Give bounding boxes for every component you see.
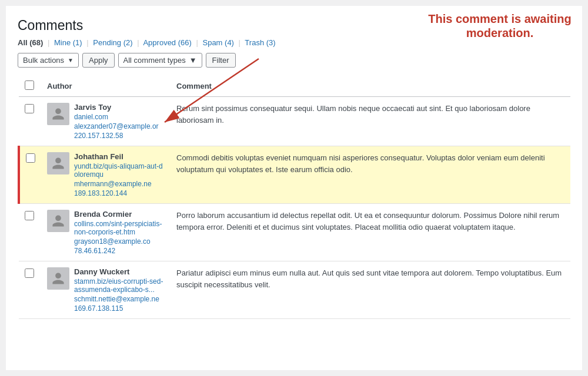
author-email[interactable]: alexzander07@example.or: [74, 122, 159, 130]
comment-cell: Commodi debitis voluptas eveniet numquam…: [171, 146, 570, 204]
author-info: Johathan Feil yundt.biz/quis-aliquam-aut…: [74, 152, 165, 197]
filter-trash[interactable]: Trash (3): [245, 38, 275, 47]
toolbar: Bulk actions ▼ Apply All comment types ▼…: [18, 53, 570, 68]
comment-cell: Pariatur adipisci eum minus eum nulla au…: [171, 261, 570, 319]
author-email[interactable]: schmitt.nettie@example.ne: [74, 295, 165, 303]
comment-cell: Porro laborum accusantium id delectus re…: [171, 204, 570, 261]
author-cell: Danny Wuckert stamm.biz/eius-corrupti-se…: [41, 261, 171, 319]
col-header-author: Author: [41, 76, 171, 97]
author-url[interactable]: yundt.biz/quis-aliquam-aut-doloremqu: [74, 162, 165, 179]
author-info: Brenda Cormier collins.com/sint-perspici…: [74, 210, 165, 255]
author-url[interactable]: collins.com/sint-perspiciatis-non-corpor…: [74, 220, 165, 236]
user-icon: [51, 271, 65, 286]
user-icon: [51, 107, 65, 121]
col-header-comment: Comment: [171, 76, 570, 97]
comment-cell: Rerum sint possimus consequatur sequi. U…: [171, 97, 570, 146]
author-ip[interactable]: 220.157.132.58: [74, 132, 159, 140]
row-checkbox[interactable]: [25, 268, 34, 278]
comment-types-arrow-icon: ▼: [189, 56, 197, 65]
author-ip[interactable]: 78.46.61.242: [74, 247, 165, 255]
table-row: Jarvis Toy daniel.com alexzander07@examp…: [19, 97, 570, 146]
filter-spam[interactable]: Spam (4): [202, 38, 233, 47]
author-email[interactable]: grayson18@example.co: [74, 237, 165, 246]
author-cell: Brenda Cormier collins.com/sint-perspici…: [41, 204, 171, 261]
page-title: Comments: [18, 18, 570, 33]
table-row: Brenda Cormier collins.com/sint-perspici…: [19, 204, 570, 261]
user-icon: [51, 214, 65, 228]
comment-text: Porro laborum accusantium id delectus re…: [176, 210, 564, 233]
avatar: [47, 267, 69, 290]
filter-button[interactable]: Filter: [206, 53, 236, 68]
author-cell: Jarvis Toy daniel.com alexzander07@examp…: [41, 97, 171, 146]
filter-pending[interactable]: Pending (2): [93, 38, 132, 47]
comment-types-dropdown[interactable]: All comment types ▼: [118, 53, 202, 68]
avatar: [47, 210, 69, 232]
select-all-checkbox[interactable]: [25, 80, 34, 90]
author-url[interactable]: stamm.biz/eius-corrupti-sed-assumenda-ex…: [74, 277, 165, 294]
table-row: Johathan Feil yundt.biz/quis-aliquam-aut…: [19, 146, 570, 204]
apply-button[interactable]: Apply: [82, 53, 115, 68]
bulk-actions-arrow-icon: ▼: [68, 57, 74, 63]
author-email[interactable]: mhermann@example.ne: [74, 180, 165, 188]
row-checkbox[interactable]: [25, 104, 34, 113]
avatar: [47, 103, 69, 125]
row-checkbox[interactable]: [26, 153, 35, 163]
table-row: Danny Wuckert stamm.biz/eius-corrupti-se…: [19, 261, 570, 319]
author-name: Danny Wuckert: [74, 267, 165, 276]
row-checkbox[interactable]: [25, 211, 34, 220]
filter-mine[interactable]: Mine (1): [54, 38, 82, 47]
comment-text: Pariatur adipisci eum minus eum nulla au…: [176, 267, 564, 290]
author-info: Jarvis Toy daniel.com alexzander07@examp…: [74, 103, 159, 140]
comment-types-label: All comment types: [123, 56, 186, 65]
author-cell: Johathan Feil yundt.biz/quis-aliquam-aut…: [41, 146, 171, 204]
filter-links: All (68) | Mine (1) | Pending (2) | Appr…: [18, 38, 570, 47]
author-info: Danny Wuckert stamm.biz/eius-corrupti-se…: [74, 267, 165, 313]
filter-all[interactable]: All (68): [18, 38, 43, 47]
author-name: Brenda Cormier: [74, 210, 165, 219]
author-ip[interactable]: 189.183.120.144: [74, 189, 165, 197]
author-url[interactable]: daniel.com: [74, 113, 159, 121]
author-name: Johathan Feil: [74, 152, 165, 161]
user-icon: [51, 156, 65, 170]
author-name: Jarvis Toy: [74, 103, 159, 112]
bulk-actions-dropdown[interactable]: Bulk actions ▼: [18, 53, 79, 68]
comment-text: Commodi debitis voluptas eveniet numquam…: [176, 152, 564, 175]
author-ip[interactable]: 169.67.138.115: [74, 304, 165, 313]
comments-table: Author Comment Jarvis Toy daniel.com ale…: [18, 76, 570, 319]
filter-approved[interactable]: Approved (66): [143, 38, 191, 47]
avatar: [47, 152, 69, 174]
comment-text: Rerum sint possimus consequatur sequi. U…: [176, 103, 564, 126]
bulk-actions-label: Bulk actions: [23, 56, 64, 65]
